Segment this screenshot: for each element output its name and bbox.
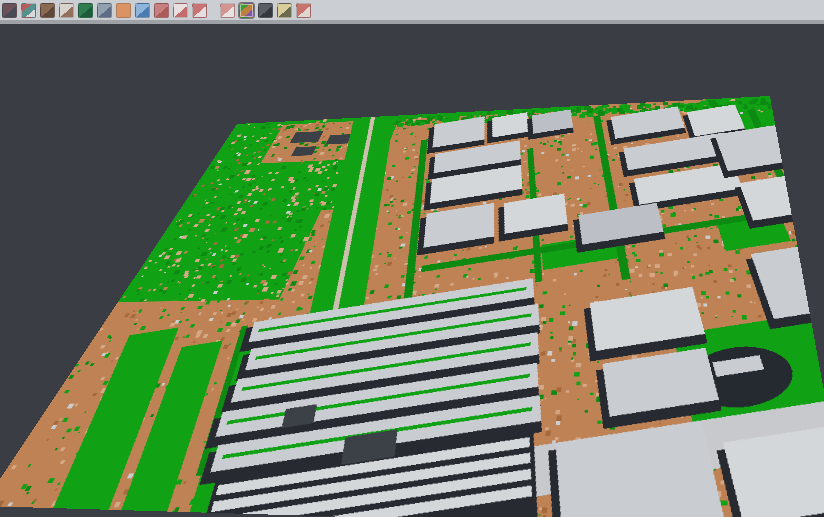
sphere-gray-icon[interactable] <box>258 3 273 18</box>
selection-brackets-icon[interactable] <box>192 3 207 18</box>
ruler-vertical-icon[interactable] <box>97 3 112 18</box>
circle-target-icon[interactable] <box>173 3 188 18</box>
colored-points-icon[interactable] <box>21 3 36 18</box>
mound-green-icon[interactable] <box>78 3 93 18</box>
globe-icon[interactable] <box>135 3 150 18</box>
viewport-3d[interactable] <box>0 24 824 517</box>
stacked-bars-red-icon[interactable] <box>154 3 169 18</box>
classification-palette-icon[interactable] <box>239 3 254 18</box>
clipboard-dark-icon[interactable] <box>2 3 17 18</box>
mound-brown-icon[interactable] <box>40 3 55 18</box>
red-stripe-icon[interactable] <box>296 3 311 18</box>
checker-red-icon[interactable] <box>220 3 235 18</box>
table-tan-icon[interactable] <box>277 3 292 18</box>
sparse-points-icon[interactable] <box>59 3 74 18</box>
toolbar <box>0 0 824 24</box>
orange-swatch-icon[interactable] <box>116 3 131 18</box>
terrain-mesh[interactable] <box>0 96 824 517</box>
